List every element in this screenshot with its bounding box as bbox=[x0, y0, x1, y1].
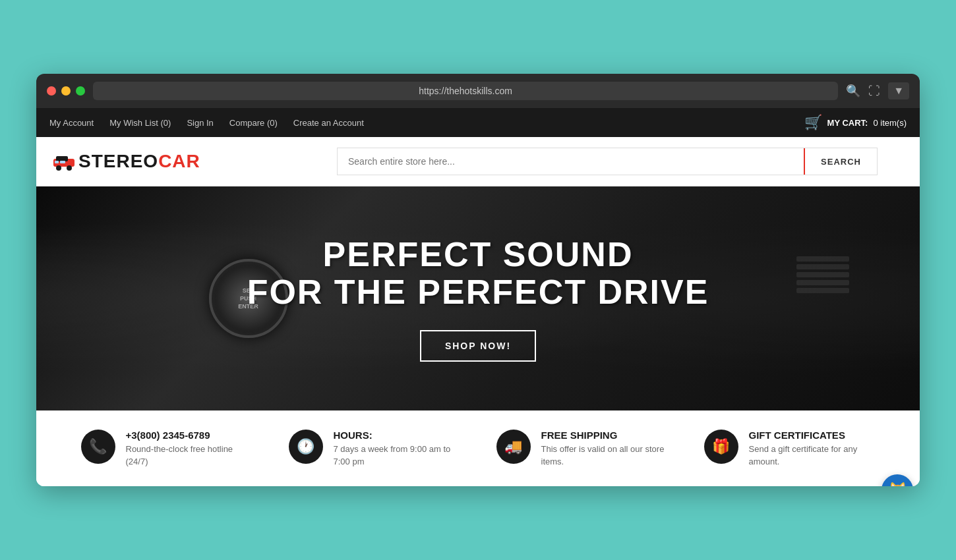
cart-icon: 🛒 bbox=[804, 114, 822, 131]
hero-banner: SEL PUSH ENTER PERFECT SOUND FOR THE PER… bbox=[36, 186, 920, 410]
phone-icon: 📞 bbox=[81, 430, 115, 464]
logo-car: CAR bbox=[158, 151, 200, 171]
feature-gift-text: GIFT CERTIFICATES Send a gift certificat… bbox=[749, 430, 876, 467]
feature-hours-title: HOURS: bbox=[334, 430, 460, 441]
logo[interactable]: STEREOCAR bbox=[52, 151, 200, 172]
top-nav-right: 🛒 MY CART: 0 item(s) bbox=[804, 114, 907, 131]
hero-content: PERFECT SOUND FOR THE PERFECT DRIVE SHOP… bbox=[247, 236, 709, 361]
feature-gift-title: GIFT CERTIFICATES bbox=[749, 430, 876, 441]
features-strip: 📞 +3(800) 2345-6789 Round-the-clock free… bbox=[36, 410, 920, 486]
shipping-icon: 🚚 bbox=[496, 430, 531, 464]
gift-icon-glyph: 🎁 bbox=[712, 438, 730, 455]
search-area: SEARCH bbox=[337, 148, 878, 175]
feature-hours-text: HOURS: 7 days a week from 9:00 am to 7:0… bbox=[334, 430, 460, 467]
hero-title-line1: PERFECT SOUND bbox=[247, 236, 709, 273]
feature-shipping-text: FREE SHIPPING This offer is valid on all… bbox=[541, 430, 668, 467]
traffic-lights bbox=[47, 86, 85, 96]
feature-phone: 📞 +3(800) 2345-6789 Round-the-clock free… bbox=[81, 430, 253, 467]
dropdown-icon[interactable]: ▼ bbox=[888, 82, 909, 99]
feature-shipping-title: FREE SHIPPING bbox=[541, 430, 668, 441]
top-nav-left: My Account My Wish List (0) Sign In Comp… bbox=[49, 118, 364, 128]
feature-hours-desc: 7 days a week from 9:00 am to 7:00 pm bbox=[334, 443, 460, 467]
svg-rect-1 bbox=[56, 156, 68, 161]
feature-shipping: 🚚 FREE SHIPPING This offer is valid on a… bbox=[496, 430, 668, 467]
my-account-link[interactable]: My Account bbox=[49, 118, 94, 128]
maximize-button[interactable] bbox=[76, 86, 85, 96]
phone-icon-glyph: 📞 bbox=[89, 438, 107, 455]
site-wrapper: My Account My Wish List (0) Sign In Comp… bbox=[36, 108, 920, 486]
feature-phone-title: +3(800) 2345-6789 bbox=[126, 430, 253, 441]
feature-gift-desc: Send a gift certificate for any amount. bbox=[749, 443, 876, 467]
hero-title-line2: FOR THE PERFECT DRIVE bbox=[247, 273, 709, 311]
cart-count: 0 item(s) bbox=[873, 118, 907, 128]
create-account-link[interactable]: Create an Account bbox=[293, 118, 364, 128]
url-text: https://thehotskills.com bbox=[419, 86, 512, 96]
close-button[interactable] bbox=[47, 86, 56, 96]
header-main: STEREOCAR SEARCH bbox=[36, 137, 920, 186]
shop-now-button[interactable]: SHOP NOW! bbox=[420, 330, 536, 362]
logo-stereo: STEREO bbox=[78, 151, 158, 171]
feature-shipping-desc: This offer is valid on all our store ite… bbox=[541, 443, 668, 467]
minimize-button[interactable] bbox=[61, 86, 71, 96]
hero-stereo-buttons bbox=[796, 254, 849, 296]
svg-point-2 bbox=[56, 165, 61, 171]
logo-icon bbox=[52, 152, 76, 171]
browser-actions: 🔍 ⛶ ▼ bbox=[846, 82, 909, 99]
compare-link[interactable]: Compare (0) bbox=[229, 118, 278, 128]
feature-gift: 🎁 GIFT CERTIFICATES Send a gift certific… bbox=[704, 430, 876, 467]
gift-icon: 🎁 bbox=[704, 430, 738, 464]
svg-rect-4 bbox=[55, 161, 59, 163]
feature-hours: 🕐 HOURS: 7 days a week from 9:00 am to 7… bbox=[289, 430, 460, 467]
hours-icon: 🕐 bbox=[289, 430, 323, 464]
expand-icon[interactable]: ⛶ bbox=[868, 84, 880, 98]
address-bar[interactable]: https://thehotskills.com bbox=[93, 82, 838, 100]
browser-chrome: https://thehotskills.com 🔍 ⛶ ▼ bbox=[36, 74, 920, 108]
wishlist-link[interactable]: My Wish List (0) bbox=[109, 118, 171, 128]
feature-phone-text: +3(800) 2345-6789 Round-the-clock free h… bbox=[126, 430, 253, 467]
sign-in-link[interactable]: Sign In bbox=[187, 118, 213, 128]
search-button[interactable]: SEARCH bbox=[804, 148, 877, 175]
cart-label: MY CART: bbox=[827, 118, 868, 128]
browser-window: https://thehotskills.com 🔍 ⛶ ▼ My Accoun… bbox=[36, 74, 920, 486]
search-input[interactable] bbox=[338, 148, 804, 175]
shipping-icon-glyph: 🚚 bbox=[504, 438, 522, 455]
svg-point-3 bbox=[67, 165, 72, 171]
feature-phone-desc: Round-the-clock free hotline (24/7) bbox=[126, 443, 253, 467]
svg-rect-5 bbox=[60, 161, 65, 163]
cart-wrapper[interactable]: 🛒 MY CART: 0 item(s) bbox=[804, 114, 907, 131]
top-nav: My Account My Wish List (0) Sign In Comp… bbox=[36, 108, 920, 137]
search-icon[interactable]: 🔍 bbox=[846, 84, 860, 98]
hours-icon-glyph: 🕐 bbox=[297, 438, 314, 455]
